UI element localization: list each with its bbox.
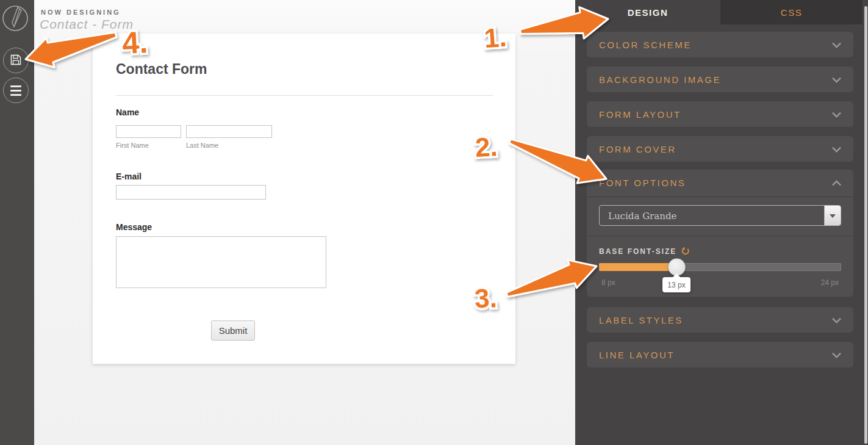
- font-size-slider-track[interactable]: [599, 263, 841, 271]
- message-textarea[interactable]: [116, 236, 326, 288]
- panel-tabbar: DESIGN CSS: [575, 0, 868, 24]
- form-heading-divider: [116, 95, 493, 96]
- section-label-styles[interactable]: LABEL STYLES: [587, 307, 853, 333]
- submit-button[interactable]: Submit: [211, 320, 255, 341]
- section-form-cover[interactable]: FORM COVER: [587, 136, 853, 162]
- section-form-layout[interactable]: FORM LAYOUT: [587, 101, 853, 127]
- chevron-down-icon: [832, 314, 842, 324]
- divider: [587, 197, 853, 197]
- first-name-sublabel: First Name: [116, 142, 149, 149]
- designer-pencil-logo-icon: [2, 5, 29, 32]
- tab-css[interactable]: CSS: [720, 0, 863, 24]
- email-input[interactable]: [116, 185, 266, 200]
- chevron-down-icon: [832, 74, 842, 84]
- design-canvas: NOW DESIGNING Contact - Form Contact For…: [34, 0, 575, 445]
- last-name-sublabel: Last Name: [186, 142, 218, 149]
- base-font-size-label: BASE FONT-SIZE: [599, 247, 676, 256]
- left-sidebar: [0, 0, 34, 445]
- chevron-up-icon: [832, 180, 842, 190]
- font-family-select[interactable]: Lucida Grande: [599, 205, 841, 226]
- section-line-layout-label: LINE LAYOUT: [599, 350, 675, 360]
- reset-undo-icon[interactable]: [681, 247, 690, 256]
- hamburger-icon: [10, 85, 21, 96]
- slider-min-label: 8 px: [601, 278, 615, 287]
- design-panel: DESIGN CSS COLOR SCHEME BACKGROUND IMAGE…: [575, 0, 868, 445]
- font-size-slider-fill: [599, 263, 676, 271]
- section-background-image[interactable]: BACKGROUND IMAGE: [587, 67, 853, 92]
- form-name-title: Contact - Form: [40, 17, 134, 32]
- font-family-selected-value: Lucida Grande: [608, 211, 676, 222]
- section-color-scheme-label: COLOR SCHEME: [599, 40, 692, 50]
- first-name-input[interactable]: [116, 125, 181, 138]
- select-dropdown-arrow-icon[interactable]: [824, 206, 841, 225]
- chevron-down-icon: [832, 39, 842, 49]
- section-form-cover-label: FORM COVER: [599, 144, 676, 154]
- name-field-label: Name: [116, 107, 139, 117]
- section-font-options-label: FONT OPTIONS: [599, 178, 686, 188]
- section-font-options-header[interactable]: FONT OPTIONS: [587, 170, 853, 197]
- panel-scrollbar[interactable]: [864, 6, 867, 444]
- chevron-down-icon: [832, 109, 842, 118]
- divider: [587, 236, 853, 236]
- section-line-layout[interactable]: LINE LAYOUT: [587, 342, 853, 367]
- now-designing-label: NOW DESIGNING: [41, 9, 121, 16]
- tab-design[interactable]: DESIGN: [575, 0, 720, 24]
- section-label-styles-label: LABEL STYLES: [599, 315, 683, 325]
- form-preview-paper: Contact Form Name First Name Last Name E…: [93, 34, 515, 364]
- section-color-scheme[interactable]: COLOR SCHEME: [587, 32, 853, 57]
- section-form-layout-label: FORM LAYOUT: [599, 109, 681, 120]
- slider-max-label: 24 px: [821, 278, 839, 287]
- save-button[interactable]: [3, 48, 29, 73]
- menu-button[interactable]: [3, 78, 29, 103]
- email-field-label: E-mail: [116, 172, 142, 181]
- last-name-input[interactable]: [186, 125, 272, 138]
- section-background-image-label: BACKGROUND IMAGE: [599, 74, 721, 85]
- chevron-down-icon: [832, 143, 842, 153]
- save-floppy-icon: [10, 54, 22, 68]
- section-font-options-expanded: FONT OPTIONS Lucida Grande BASE FONT-SIZ…: [587, 170, 853, 297]
- message-field-label: Message: [116, 222, 152, 232]
- form-heading: Contact Form: [116, 61, 207, 78]
- chevron-down-icon: [832, 349, 842, 359]
- slider-value-tooltip: 13 px: [662, 277, 690, 292]
